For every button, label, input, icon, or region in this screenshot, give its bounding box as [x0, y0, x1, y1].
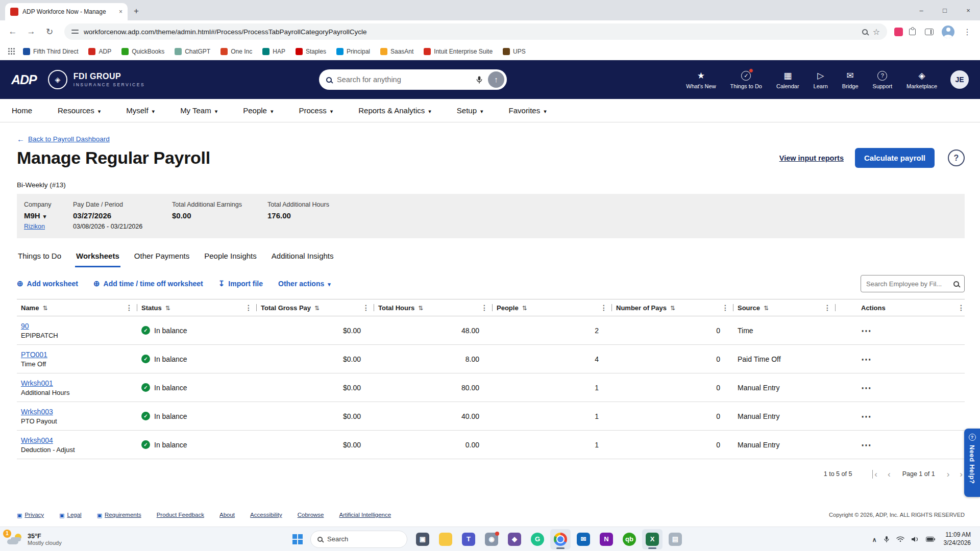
wifi-icon[interactable]: [896, 536, 904, 542]
footer-link[interactable]: Legal: [59, 510, 82, 519]
nav-item[interactable]: People: [243, 106, 273, 115]
column-menu-icon[interactable]: [824, 304, 831, 312]
column-header[interactable]: Total Hours: [374, 299, 493, 316]
bookmark-item[interactable]: QuickBooks: [121, 48, 164, 55]
column-menu-icon[interactable]: [245, 304, 252, 312]
site-settings-icon[interactable]: [71, 29, 79, 34]
worksheet-link[interactable]: Wrksh001: [21, 379, 53, 387]
column-menu-icon[interactable]: [958, 304, 965, 312]
bookmark-star-icon[interactable]: [873, 27, 880, 37]
bookmark-item[interactable]: HAP: [262, 48, 285, 55]
start-button[interactable]: [292, 534, 303, 545]
header-menu-item[interactable]: ▦ Calendar: [776, 70, 799, 89]
global-search[interactable]: [319, 69, 507, 90]
column-menu-icon[interactable]: [722, 304, 729, 312]
section-tab[interactable]: Things to Do: [17, 247, 62, 267]
sort-icon[interactable]: [764, 304, 769, 312]
search-submit-button[interactable]: [488, 71, 504, 88]
window-minimize-button[interactable]: [910, 0, 933, 20]
company-selector[interactable]: M9H: [24, 211, 73, 220]
column-header[interactable]: Source: [733, 299, 836, 316]
bookmark-item[interactable]: Fifth Third Direct: [23, 48, 78, 55]
footer-link[interactable]: Privacy: [17, 510, 44, 519]
taskbar-app[interactable]: [435, 529, 456, 549]
bookmark-item[interactable]: ADP: [88, 48, 111, 55]
window-maximize-button[interactable]: [933, 0, 957, 20]
section-tab[interactable]: Other Payments: [133, 247, 190, 267]
address-bar[interactable]: workforcenow.adp.com/theme/admin.html#/P…: [64, 23, 887, 40]
bookmark-item[interactable]: ChatGPT: [175, 48, 210, 55]
sort-icon[interactable]: [418, 304, 423, 312]
sort-icon[interactable]: [314, 304, 320, 312]
apps-grid-icon[interactable]: [8, 48, 10, 49]
window-close-button[interactable]: [957, 0, 980, 20]
employee-search-input[interactable]: [866, 280, 949, 288]
first-page-button[interactable]: [872, 470, 879, 479]
column-header[interactable]: People: [493, 299, 612, 316]
header-menu-item[interactable]: ✓ Things to Do: [730, 70, 762, 89]
back-button[interactable]: [5, 24, 20, 39]
bookmark-item[interactable]: Staples: [296, 48, 326, 55]
row-actions-button[interactable]: [861, 413, 872, 421]
taskbar-app[interactable]: ▤: [665, 529, 685, 549]
column-header[interactable]: Number of Pays: [612, 299, 733, 316]
calculate-payroll-button[interactable]: Calculate payroll: [855, 148, 935, 168]
browser-menu-icon[interactable]: [960, 24, 975, 39]
worksheet-link[interactable]: 90: [21, 322, 29, 330]
taskbar-app[interactable]: ▣: [412, 529, 433, 549]
weather-widget[interactable]: 1 35°F Mostly cloudy: [7, 533, 62, 546]
tab-close-icon[interactable]: [119, 8, 122, 15]
sort-icon[interactable]: [670, 304, 675, 312]
header-menu-item[interactable]: ? Support: [873, 70, 893, 89]
company-sub-link[interactable]: Rizikon: [24, 223, 45, 230]
header-menu-item[interactable]: ◈ Marketplace: [906, 70, 937, 89]
row-actions-button[interactable]: [861, 385, 872, 393]
need-help-tab[interactable]: Need Help?: [964, 429, 980, 497]
sort-icon[interactable]: [522, 304, 527, 312]
column-header[interactable]: Total Gross Pay: [257, 299, 374, 316]
volume-icon[interactable]: [911, 536, 919, 542]
bookmark-item[interactable]: Principal: [336, 48, 370, 55]
column-header[interactable]: Status: [137, 299, 257, 316]
taskbar-app[interactable]: [550, 529, 571, 549]
taskbar-search[interactable]: Search: [310, 531, 407, 548]
taskbar-clock[interactable]: 11:09 AM 3/24/2026: [944, 531, 971, 547]
search-icon[interactable]: [953, 281, 959, 287]
section-tab[interactable]: People Insights: [203, 247, 258, 267]
import-file-button[interactable]: Import file: [218, 279, 263, 288]
nav-item[interactable]: Setup: [457, 106, 483, 115]
taskbar-app[interactable]: ✉: [573, 529, 594, 549]
taskbar-app[interactable]: G: [527, 529, 548, 549]
add-worksheet-button[interactable]: Add worksheet: [17, 279, 78, 288]
nav-item[interactable]: My Team: [180, 106, 217, 115]
header-menu-item[interactable]: ✉ Bridge: [842, 70, 859, 89]
header-menu-item[interactable]: ▷ Learn: [814, 70, 828, 89]
column-menu-icon[interactable]: [362, 304, 370, 312]
tray-overflow-icon[interactable]: [872, 535, 877, 544]
taskbar-app[interactable]: ◆: [504, 529, 525, 549]
sort-icon[interactable]: [165, 304, 170, 312]
help-icon[interactable]: [948, 149, 965, 166]
browser-tab[interactable]: ADP Workforce Now - Manage: [5, 3, 128, 20]
previous-page-button[interactable]: [886, 470, 892, 479]
forward-button[interactable]: [23, 24, 39, 39]
chrome-profile-avatar[interactable]: [942, 26, 954, 38]
section-tab[interactable]: Worksheets: [75, 247, 120, 267]
taskbar-app[interactable]: qb: [619, 529, 640, 549]
bookmark-item[interactable]: UPS: [503, 48, 526, 55]
row-actions-button[interactable]: [861, 442, 872, 450]
row-actions-button[interactable]: [861, 356, 872, 364]
taskbar-app[interactable]: ◉: [481, 529, 502, 549]
side-panel-icon[interactable]: [925, 29, 934, 35]
column-menu-icon[interactable]: [481, 304, 488, 312]
extension-icon[interactable]: [894, 28, 903, 36]
view-input-reports-link[interactable]: View input reports: [779, 154, 844, 162]
footer-link[interactable]: Requirements: [97, 510, 141, 519]
mic-icon[interactable]: [884, 536, 890, 543]
nav-item[interactable]: Resources: [58, 106, 101, 115]
column-menu-icon[interactable]: [126, 304, 133, 312]
zoom-icon[interactable]: [862, 29, 868, 35]
global-search-input[interactable]: [337, 76, 471, 84]
battery-icon[interactable]: [926, 537, 935, 542]
nav-item[interactable]: Home: [12, 106, 32, 115]
